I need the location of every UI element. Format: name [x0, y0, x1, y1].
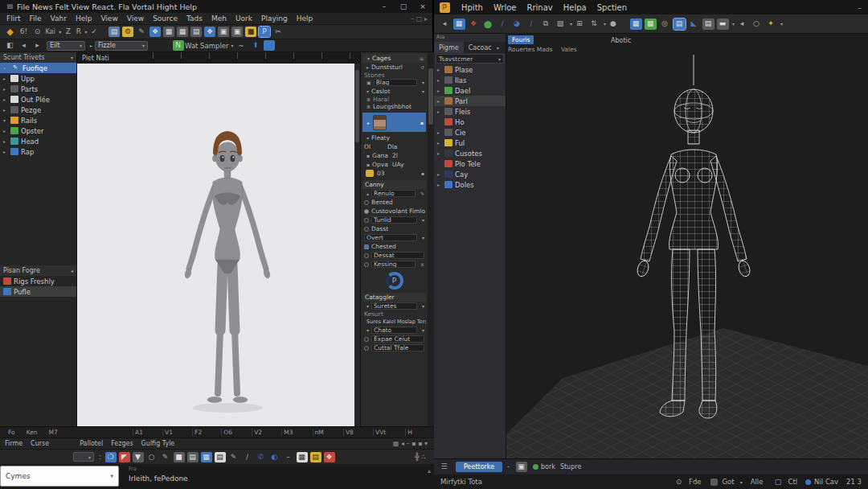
folder-icon[interactable]: ■ [245, 27, 256, 37]
tab[interactable]: Fezges [111, 440, 133, 447]
outliner-item[interactable]: ▸Head [0, 136, 76, 146]
phone-icon[interactable]: ✆ [256, 452, 267, 462]
menu-item[interactable]: File [29, 14, 41, 23]
collapse-icon[interactable]: ▾ [71, 55, 73, 60]
scene-item[interactable]: ▸Ful [434, 138, 506, 148]
alert-icon[interactable]: 6! [18, 27, 30, 37]
tab-pigme[interactable]: Pigme [434, 42, 464, 53]
menu-item[interactable]: Hpith [461, 3, 483, 12]
list-icon[interactable]: ▬ [717, 18, 729, 30]
half-circle-icon[interactable]: ◐ [269, 452, 280, 462]
search-icon[interactable]: ○ [146, 452, 158, 462]
status-got[interactable]: Got▾ [710, 478, 743, 486]
tab-row-icons[interactable]: ▦ ◂ – ▪ ▪ ▾ [393, 440, 428, 447]
pie-tool-icon[interactable]: ◕ [511, 18, 523, 30]
menu-item[interactable]: Uork [235, 14, 252, 23]
people-icon[interactable]: ❖ [324, 452, 335, 462]
scene-item[interactable]: ▸Ilas [434, 75, 506, 85]
status-nilcav[interactable]: Nil Cav [805, 478, 838, 486]
panel-icon[interactable]: ▦ [177, 27, 188, 37]
pen-tool-icon[interactable]: ∕ [526, 18, 538, 30]
stupre-label[interactable]: Stupre [560, 463, 581, 471]
scene-item[interactable]: ▸Plase [434, 64, 506, 75]
peettorke-button[interactable]: Peettorke [456, 462, 502, 472]
scene-item[interactable]: ▸Cie [434, 127, 506, 138]
menu-item[interactable]: Meh [211, 14, 227, 23]
folder-icon[interactable]: ■ [174, 452, 185, 462]
sampler-label[interactable]: Wat Sampler [185, 42, 228, 50]
panel-icon[interactable]: ▣ [516, 462, 527, 472]
menu-item[interactable]: Playing [261, 14, 288, 23]
menu-item[interactable]: Tads [186, 14, 203, 23]
sampler-icon[interactable]: N [173, 40, 184, 51]
outliner-item[interactable]: ▾Rails [0, 115, 76, 125]
row-ol-dla[interactable]: OlDla [362, 142, 426, 151]
tab[interactable]: Curse [31, 440, 49, 447]
z-tool-icon[interactable]: Z [63, 27, 74, 37]
note-icon[interactable]: ▤ [310, 452, 321, 462]
panel-icon[interactable]: ▦ [630, 18, 642, 30]
window-icon[interactable]: ⊞ [574, 18, 586, 30]
minimize-button[interactable]: – [375, 2, 394, 10]
menu-item[interactable]: Spctien [597, 3, 627, 12]
panel-icon[interactable]: ▦ [645, 18, 657, 30]
tab-cacoac[interactable]: Cacoac▾ [464, 42, 504, 53]
clipboard-icon[interactable]: ▤ [190, 27, 202, 37]
outliner-item[interactable]: ▸Upp [0, 73, 76, 84]
person-icon[interactable]: ❍ [105, 452, 117, 462]
scene-item-selected[interactable]: ▸Parl [434, 96, 506, 106]
figures-icon[interactable]: ❖ [468, 18, 480, 30]
image-icon[interactable]: ▣ [231, 27, 243, 37]
grid-icon[interactable]: ▦ [201, 452, 212, 462]
line-tool-icon[interactable]: ∕ [497, 18, 509, 30]
radio-custovolant[interactable]: Custovolant Fimlo [362, 207, 426, 216]
swap-icon[interactable]: ⇅ [588, 18, 600, 30]
tab[interactable]: Firme [5, 440, 23, 447]
scene-item[interactable]: ▸Ho [434, 117, 506, 127]
frame-icon[interactable]: ◧ [5, 40, 16, 51]
panel-scrollbar[interactable] [428, 52, 434, 426]
outliner-item[interactable]: ▸Out Plée [0, 94, 76, 105]
dropdown-overt[interactable]: Overt▾ [362, 233, 426, 242]
wireframe-viewport[interactable]: Fouris Abotic Rouertes Mads Vales [506, 34, 868, 458]
window-mini-controls[interactable]: – ▢ ▸ [411, 15, 428, 23]
back-icon[interactable]: ◂ [18, 40, 30, 51]
panel-icon[interactable]: ▦ [163, 27, 174, 37]
zoom-doc-icon[interactable]: ▤ [187, 452, 199, 462]
menu-item[interactable]: View [100, 14, 117, 23]
chart-icon[interactable]: ◣ [688, 18, 700, 30]
tab[interactable]: Pallotel [80, 440, 103, 447]
tab-fouris[interactable]: Fouris [508, 35, 534, 44]
outliner-item[interactable]: ▸Pezge [0, 105, 76, 115]
radio-cuttal[interactable]: Cuttal Tfale [362, 343, 426, 352]
outliner-item[interactable]: ▸Rap [0, 146, 76, 157]
section-canny[interactable]: Canny [362, 180, 426, 189]
scene-item[interactable]: ▸Dael [434, 85, 506, 96]
row-blag[interactable]: ▣Blag▾ [362, 78, 426, 87]
timeline-ticks[interactable]: A1V1 F2O6 V2M3 nMV8 VVtH [133, 429, 414, 436]
up-arrow-icon[interactable]: ⬆ [250, 40, 261, 51]
row-caslot[interactable]: ▾Caslot▾ [362, 87, 426, 96]
maximize-button[interactable]: ▢ [394, 2, 413, 10]
minimize-button[interactable]: – [858, 3, 862, 12]
menu-item[interactable]: Helpa [563, 3, 587, 12]
tab-vales[interactable]: Vales [561, 46, 577, 53]
selected-texture-row[interactable]: ▸ ▪ [362, 113, 426, 132]
hamburger-icon[interactable]: ☰ [439, 462, 450, 472]
scene-item[interactable]: ▸Plo Tele [434, 158, 506, 169]
sphere-icon[interactable]: ● [608, 18, 620, 30]
status-alle[interactable]: Alle [751, 478, 764, 486]
edit-combo[interactable]: Eilt▾ [47, 41, 85, 51]
kai-dropdown[interactable]: Kai [46, 27, 55, 37]
radio-dessat[interactable]: Dessat [362, 251, 426, 260]
status-fde[interactable]: ⊙Fde [672, 477, 702, 487]
radio-bented[interactable]: Bented [362, 198, 426, 207]
status-combo[interactable]: Cymes▾ [0, 466, 119, 487]
doc-icon[interactable]: ▤ [702, 18, 714, 30]
timeline[interactable]: Fo Ken M7 A1V1 F2O6 V2M3 nMV8 VVtH [0, 426, 434, 438]
minus-icon[interactable]: – [283, 452, 294, 462]
viewport-tab[interactable]: Piet Nati [77, 52, 360, 64]
model-canvas[interactable] [77, 64, 354, 426]
outliner-item[interactable]: ▸Opster [0, 125, 76, 136]
row-chato[interactable]: ▾Chato▾ [362, 326, 426, 335]
